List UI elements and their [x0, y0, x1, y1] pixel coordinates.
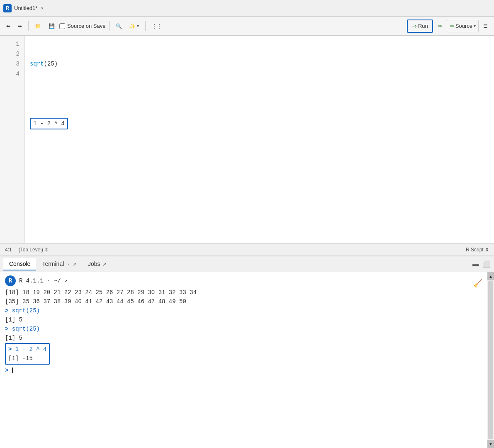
- title-bar: R Untitled1* ×: [0, 0, 494, 17]
- tab-close-button[interactable]: ×: [41, 5, 44, 11]
- forward-icon: ➡: [18, 23, 22, 29]
- line-number-3: 3: [16, 59, 19, 69]
- file-type-selector[interactable]: R Script ⇕: [466, 247, 489, 253]
- minimize-console-button[interactable]: ▬: [472, 260, 480, 268]
- code-text-1: sqrt(25): [30, 59, 58, 69]
- menu-icon: ☰: [483, 23, 488, 29]
- scope-chevron-icon: ⇕: [44, 247, 49, 253]
- source-on-save-checkbox[interactable]: [59, 23, 65, 29]
- jobs-cursor-icon: ↗: [102, 261, 107, 267]
- source-label: Source: [455, 23, 472, 29]
- app-icon: R: [3, 4, 12, 12]
- search-button[interactable]: 🔍: [113, 20, 125, 32]
- console-line-35: [35] 35 36 37 38 39 40 41 42 43 44 45 46…: [5, 297, 482, 306]
- console-highlighted-block: > 1 - 2 ^ 4 [1] -15: [5, 343, 50, 365]
- home-dir-icon: ↗: [64, 276, 68, 285]
- console-prompt-expr: > 1 - 2 ^ 4: [8, 345, 46, 354]
- code-line-2: [30, 89, 489, 99]
- divider-1: [28, 21, 29, 31]
- code-tools-button[interactable]: ✨ ▾: [127, 20, 142, 32]
- scroll-down-button[interactable]: ▼: [487, 440, 494, 448]
- status-left: 4:1 (Top Level) ⇕: [5, 247, 49, 253]
- selected-code: 1 - 2 ^ 4: [30, 118, 68, 129]
- console-header-icons: ▬ ⬜: [472, 260, 491, 268]
- r-version-header: R R 4.1.1 · ~/ ↗ 🧹: [5, 275, 482, 286]
- r-version-text: R 4.1.1 · ~/: [19, 276, 61, 285]
- tab-console[interactable]: Console: [3, 258, 36, 270]
- r-logo: R: [5, 275, 16, 286]
- code-editor[interactable]: sqrt(25) 1 - 2 ^ 4: [25, 36, 494, 243]
- title-text: Untitled1*: [14, 5, 37, 11]
- source-dropdown-icon: ▾: [474, 24, 476, 28]
- wand-icon: ✨: [129, 23, 136, 29]
- source-button[interactable]: ⇒ Source ▾: [447, 20, 479, 32]
- divider-2: [109, 21, 110, 31]
- console-prompt-sqrt2: > sqrt(25): [5, 324, 482, 334]
- console-output[interactable]: R R 4.1.1 · ~/ ↗ 🧹 [18] 18 19 20 21 22 2…: [0, 272, 487, 448]
- open-file-button[interactable]: 📁: [32, 20, 44, 32]
- run-icon: ⇒: [412, 23, 417, 29]
- console-container: Console Terminal × ↗ Jobs ↗ ▬ ⬜ R R 4.1.…: [0, 256, 494, 448]
- terminal-close-icon[interactable]: ×: [67, 262, 70, 267]
- scroll-thumb[interactable]: [488, 281, 493, 439]
- back-button[interactable]: ⬅: [3, 20, 13, 32]
- line-number-1: 1: [16, 39, 19, 49]
- file-type-chevron-icon: ⇕: [485, 247, 489, 253]
- forward-button[interactable]: ➡: [15, 20, 25, 32]
- code-line-3: 1 - 2 ^ 4: [30, 119, 489, 129]
- scope-selector[interactable]: (Top Level) ⇕: [19, 247, 49, 253]
- line-number-2: 2: [16, 49, 19, 59]
- console-result-5a: [1] 5: [5, 315, 482, 324]
- tab-jobs[interactable]: Jobs ↗: [82, 258, 112, 270]
- console-prompt-sqrt1: > sqrt(25): [5, 306, 482, 315]
- editor-container: 1 2 3 4 sqrt(25) 1 - 2 ^ 4 4:1 (Top Leve…: [0, 36, 494, 256]
- rerun-icon: ⇒: [438, 23, 442, 29]
- line-number-4: 4: [16, 69, 19, 79]
- menu-button[interactable]: ☰: [480, 20, 491, 32]
- source-on-save-wrapper: Source on Save: [59, 23, 106, 29]
- terminal-cursor-icon: ↗: [72, 261, 76, 267]
- code-line-1: sqrt(25): [30, 59, 489, 69]
- status-bar: 4:1 (Top Level) ⇕ R Script ⇕: [0, 243, 494, 256]
- run-label: Run: [418, 23, 428, 29]
- source-icon: ⇒: [450, 23, 454, 29]
- console-result-15: [1] -15: [8, 354, 46, 363]
- clear-console-button[interactable]: 🧹: [473, 279, 482, 288]
- source-on-save-label: Source on Save: [67, 23, 106, 29]
- console-body: R R 4.1.1 · ~/ ↗ 🧹 [18] 18 19 20 21 22 2…: [0, 272, 494, 448]
- console-scrollbar: ▲ ▼: [487, 272, 494, 448]
- search-icon: 🔍: [116, 23, 122, 29]
- compile-button[interactable]: ⋮⋮: [149, 20, 165, 32]
- code-line-4: [30, 149, 489, 158]
- line-numbers: 1 2 3 4: [0, 36, 25, 243]
- divider-3: [145, 21, 146, 31]
- save-button[interactable]: 💾: [46, 20, 58, 32]
- console-cursor-line[interactable]: >: [5, 366, 482, 375]
- tab-terminal[interactable]: Terminal × ↗: [36, 258, 82, 270]
- back-icon: ⬅: [6, 23, 10, 29]
- console-result-5b: [1] 5: [5, 334, 482, 343]
- console-tabs: Console Terminal × ↗ Jobs ↗ ▬ ⬜: [0, 256, 494, 272]
- compile-icon: ⋮⋮: [152, 23, 162, 29]
- maximize-console-button[interactable]: ⬜: [482, 260, 491, 268]
- open-file-icon: 📁: [35, 23, 41, 29]
- cursor-position: 4:1: [5, 247, 12, 253]
- save-icon: 💾: [49, 23, 55, 29]
- scroll-up-button[interactable]: ▲: [487, 272, 494, 280]
- toolbar: ⬅ ➡ 📁 💾 Source on Save 🔍 ✨ ▾ ⋮⋮ ⇒ Run ⇒ …: [0, 17, 494, 36]
- editor-body: 1 2 3 4 sqrt(25) 1 - 2 ^ 4: [0, 36, 494, 243]
- chevron-down-icon: ▾: [137, 24, 139, 28]
- console-cursor: [12, 368, 13, 373]
- status-right: R Script ⇕: [466, 247, 489, 253]
- run-button[interactable]: ⇒ Run: [407, 19, 433, 33]
- console-line-18: [18] 18 19 20 21 22 23 24 25 26 27 28 29…: [5, 288, 482, 297]
- re-run-button[interactable]: ⇒: [435, 20, 445, 32]
